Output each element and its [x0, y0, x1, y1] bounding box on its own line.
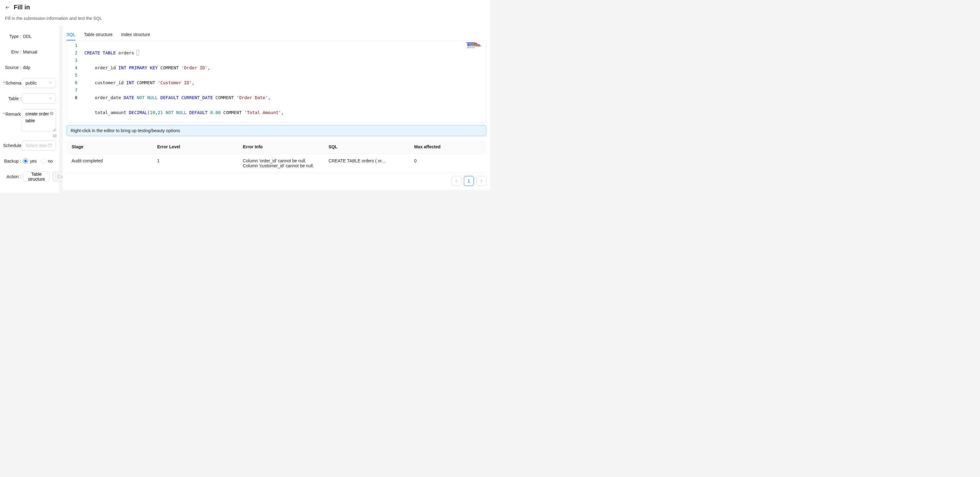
table-select[interactable] — [22, 94, 56, 103]
schedule-label: Schedule — [3, 140, 19, 151]
code-area[interactable]: CREATE TABLE orders order_id INT PRIMARY… — [82, 42, 486, 122]
source-label: Source — [3, 62, 19, 72]
th-max-affected: Max affected — [409, 140, 486, 154]
form-panel: Type: DDL Env: Manual Source: ddp *Schem… — [0, 26, 59, 193]
backup-radio-no[interactable]: no — [41, 159, 53, 164]
table-structure-button[interactable]: Table structure — [23, 172, 50, 181]
cell-stage: Audit completed — [67, 154, 152, 173]
minimap[interactable] — [466, 42, 485, 55]
table-row: Audit completed 1 Column 'order_id' cann… — [67, 154, 486, 173]
editor-panel: SQL Table structure Index structure 1 2 … — [63, 26, 490, 190]
chevron-down-icon — [49, 81, 52, 86]
chevron-left-icon — [455, 179, 458, 183]
cell-error-info: Column 'order_id' cannot be null. Column… — [238, 154, 323, 173]
tab-index-structure[interactable]: Index structure — [121, 29, 150, 40]
th-stage: Stage — [67, 140, 152, 154]
backup-label: Backup — [3, 156, 19, 166]
chevron-right-icon — [479, 179, 483, 183]
chevron-down-icon — [49, 96, 52, 101]
schema-select-value: public — [25, 81, 37, 86]
env-value: Manual — [22, 47, 56, 57]
back-arrow-icon[interactable] — [5, 5, 10, 10]
page-title: Fill in — [14, 4, 30, 11]
schema-select[interactable]: public — [22, 78, 56, 88]
tabs: SQL Table structure Index structure — [67, 29, 486, 40]
th-error-info: Error Info — [238, 140, 323, 154]
backup-radio-yes[interactable]: yes — [23, 159, 37, 164]
cell-error-level: 1 — [152, 154, 238, 173]
pagination-page-1[interactable]: 1 — [464, 176, 474, 186]
page-subtitle: Fill in the submission information and t… — [5, 13, 485, 21]
pagination-prev[interactable] — [452, 176, 461, 186]
editor-hint-alert: Right-click in the editor to bring up te… — [67, 125, 486, 136]
pagination: 1 — [67, 176, 486, 186]
th-sql: SQL — [323, 140, 409, 154]
type-label: Type — [3, 32, 19, 41]
remark-counter: 18 — [52, 134, 57, 138]
cell-max-affected: 0 — [409, 154, 486, 173]
radio-checked-icon — [23, 159, 28, 164]
env-label: Env — [3, 47, 19, 57]
calendar-icon — [48, 143, 52, 148]
tab-table-structure[interactable]: Table structure — [84, 29, 113, 40]
schema-label: *Schema — [3, 78, 19, 88]
sql-editor[interactable]: 1 2 3 4 5 6 7 8 CREATE TABLE orders orde… — [67, 42, 486, 122]
radio-unchecked-icon — [41, 159, 46, 164]
source-value: ddp — [22, 62, 56, 72]
th-error-level: Error Level — [152, 140, 238, 154]
audit-table: Stage Error Level Error Info SQL Max aff… — [67, 140, 486, 173]
pagination-next[interactable] — [476, 176, 486, 186]
clear-icon[interactable] — [50, 111, 54, 115]
type-value: DDL — [22, 32, 56, 41]
remark-label: *Remark — [3, 109, 19, 119]
table-label: Table — [3, 94, 19, 103]
action-label: Action — [3, 172, 19, 181]
schedule-date-input[interactable]: Select date — [22, 140, 56, 151]
line-gutter: 1 2 3 4 5 6 7 8 — [67, 42, 82, 122]
cell-sql: CREATE TABLE orders ( ord... — [323, 154, 409, 173]
schedule-placeholder: Select date — [25, 143, 47, 148]
tab-sql[interactable]: SQL — [67, 29, 75, 40]
